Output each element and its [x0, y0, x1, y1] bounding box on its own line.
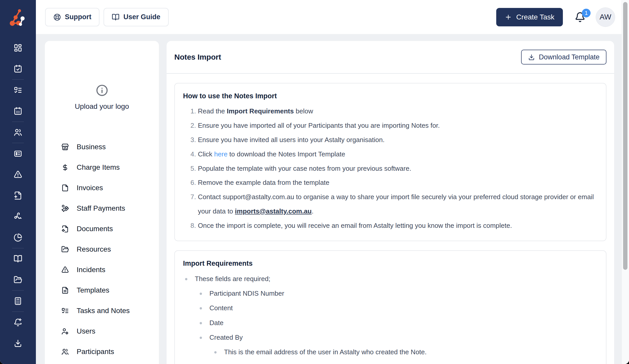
checklist-icon — [61, 307, 69, 315]
rail-item-bell-plus[interactable] — [0, 312, 36, 333]
sidebar-menu: BusinessCharge ItemsInvoicesStaff Paymen… — [45, 137, 159, 362]
main-header: Notes Import Download Template — [167, 41, 614, 74]
sidebar-item-label: Resources — [77, 245, 111, 253]
step-text: Import Requirements — [227, 107, 294, 115]
rail-nav — [0, 37, 36, 354]
requirement-item: If the user who created the Note is no l… — [183, 359, 598, 364]
calendar-dots-icon — [14, 107, 22, 115]
user-guide-button[interactable]: User Guide — [104, 8, 168, 26]
calendar-check-icon — [14, 65, 22, 73]
sidebar-item-documents[interactable]: Documents — [45, 219, 159, 239]
howto-step: Once the import is complete, you will re… — [198, 219, 598, 233]
scrollbar-track[interactable] — [622, 0, 629, 364]
step-text: . — [312, 207, 313, 215]
howto-step: Remove the example data from the templat… — [198, 176, 598, 190]
rail-item-calendar-check[interactable] — [0, 58, 36, 79]
download-template-button[interactable]: Download Template — [521, 50, 606, 65]
sidebar-item-tasks-and-notes[interactable]: Tasks and Notes — [45, 301, 159, 321]
plus-icon — [505, 14, 512, 21]
upload-logo-button[interactable]: Upload your logo — [45, 41, 159, 111]
download-icon — [528, 54, 535, 61]
users-icon — [14, 128, 22, 137]
requirement-item: Date — [183, 316, 598, 330]
support-button[interactable]: Support — [45, 8, 99, 26]
upload-logo-label: Upload your logo — [45, 102, 159, 111]
rail-item-note-card[interactable] — [0, 143, 36, 164]
user-guide-label: User Guide — [123, 13, 160, 21]
notifications-button[interactable]: 1 — [575, 12, 585, 23]
rail-item-download[interactable] — [0, 333, 36, 354]
step-text: Ensure you have imported all of your Par… — [198, 122, 440, 129]
step-text: Remove the example data from the templat… — [198, 179, 329, 186]
sidebar-item-participants[interactable]: Participants — [45, 341, 159, 362]
rail-item-users[interactable] — [0, 122, 36, 143]
signature-icon — [14, 212, 22, 221]
howto-step: Read the Import Requirements below — [198, 104, 598, 119]
sidebar-item-resources[interactable]: Resources — [45, 239, 159, 260]
user-gear-icon — [61, 327, 69, 335]
file-lines-icon — [61, 286, 69, 294]
sidebar-item-business[interactable]: Business — [45, 137, 159, 157]
howto-step: Click here to download the Notes Import … — [198, 147, 598, 162]
rail-item-book-open[interactable] — [0, 248, 36, 269]
step-text: below — [294, 107, 313, 115]
warning-triangle-icon — [61, 266, 69, 274]
here-link[interactable]: here — [214, 150, 228, 158]
bell-plus-icon — [14, 318, 22, 327]
howto-step: Populate the template with your case not… — [198, 162, 598, 176]
sidebar-item-incidents[interactable]: Incidents — [45, 260, 159, 280]
hand-coins-icon — [61, 205, 69, 212]
rail-item-calculator[interactable] — [0, 291, 36, 312]
sidebar-item-label: Tasks and Notes — [77, 307, 130, 315]
sidebar-item-label: Staff Payments — [77, 204, 125, 212]
main-body: How to use the Notes Import Read the Imp… — [167, 74, 614, 364]
book-open-icon — [14, 254, 22, 263]
checklist-icon — [14, 86, 22, 94]
rail-item-pie-chart[interactable] — [0, 227, 36, 248]
file-plus-icon — [14, 191, 22, 200]
howto-steps-list: Read the Import Requirements belowEnsure… — [183, 104, 598, 233]
rail-item-checklist[interactable] — [0, 80, 36, 101]
sidebar-item-label: Users — [77, 327, 95, 335]
sidebar-item-staff-payments[interactable]: Staff Payments — [45, 198, 159, 219]
howto-title: How to use the Notes Import — [183, 92, 598, 100]
storefront-icon — [61, 143, 69, 151]
dollar-icon — [61, 164, 69, 171]
rail-item-signature[interactable] — [0, 206, 36, 227]
requirements-title: Import Requirements — [183, 260, 598, 267]
step-text: Once the import is complete, you will re… — [198, 222, 512, 229]
step-text: Ensure you have invited all users into y… — [198, 136, 384, 144]
note-card-icon — [14, 149, 22, 158]
rail-item-folder-open[interactable] — [0, 269, 36, 290]
sidebar-item-templates[interactable]: Templates — [45, 280, 159, 301]
scrollbar-thumb[interactable] — [623, 2, 627, 270]
support-label: Support — [65, 13, 91, 21]
rail-item-calendar-dots[interactable] — [0, 101, 36, 122]
notification-badge: 1 — [582, 9, 591, 17]
requirement-item: Created By — [183, 330, 598, 345]
file-icon — [61, 184, 69, 192]
sidebar-item-charge-items[interactable]: Charge Items — [45, 157, 159, 178]
topbar: Support User Guide Create Task 1 AW — [36, 0, 629, 34]
rail-item-warning-triangle[interactable] — [0, 164, 36, 185]
icon-rail — [0, 0, 36, 364]
sidebar-item-label: Business — [77, 143, 106, 151]
page-title: Notes Import — [174, 53, 221, 61]
calculator-icon — [14, 297, 22, 305]
avatar[interactable]: AW — [596, 7, 615, 27]
imports-email-link[interactable]: imports@astalty.com.au — [235, 207, 312, 215]
requirement-item: Participant NDIS Number — [183, 286, 598, 301]
folder-open-icon — [61, 245, 69, 253]
users-icon — [61, 348, 69, 356]
sidebar-item-invoices[interactable]: Invoices — [45, 178, 159, 198]
howto-step: Ensure you have invited all users into y… — [198, 133, 598, 147]
create-task-button[interactable]: Create Task — [496, 8, 563, 26]
rail-item-dashboard[interactable] — [0, 37, 36, 58]
sidebar-item-users[interactable]: Users — [45, 321, 159, 341]
info-circle-icon — [45, 84, 159, 97]
main-panel: Notes Import Download Template How to us… — [167, 41, 614, 364]
rail-item-file-plus[interactable] — [0, 185, 36, 206]
requirement-item: This is the email address of the user in… — [183, 345, 598, 359]
download-icon — [14, 339, 22, 348]
howto-step: Ensure you have imported all of your Par… — [198, 119, 598, 133]
